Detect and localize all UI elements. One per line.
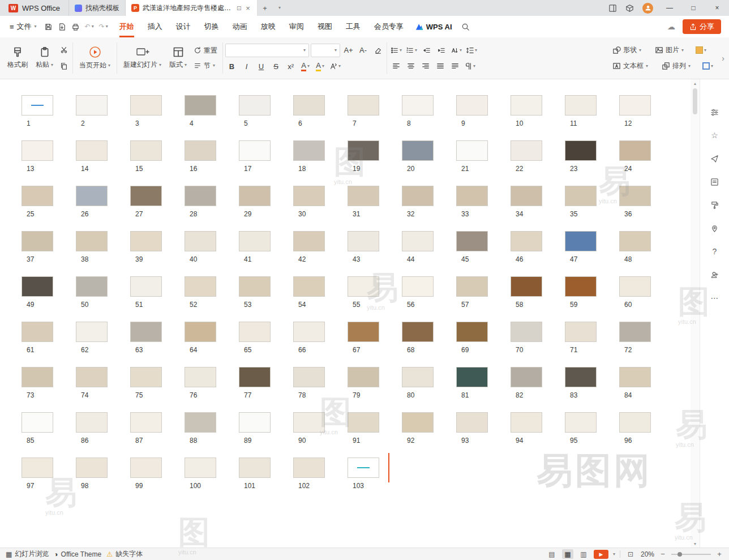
slide-cell[interactable]: 44: [402, 231, 456, 276]
slide-cell[interactable]: 51: [130, 276, 185, 322]
tab-template-store[interactable]: 找稿壳模板: [69, 0, 126, 16]
slide-thumbnail-63[interactable]: [130, 322, 162, 342]
slide-thumbnail-50[interactable]: [76, 276, 108, 297]
slide-thumbnail-103[interactable]: [348, 458, 379, 478]
slide-thumbnail-76[interactable]: [185, 367, 216, 387]
slide-cell[interactable]: 17: [239, 140, 293, 186]
slide-cell[interactable]: 100: [185, 458, 239, 503]
close-button[interactable]: ×: [705, 0, 729, 16]
slide-thumbnail-53[interactable]: [239, 276, 271, 297]
print-button[interactable]: [69, 19, 82, 34]
vertical-scrollbar[interactable]: ▴ ▾: [691, 79, 700, 548]
slide-cell[interactable]: 54: [293, 276, 348, 322]
share-panel-icon[interactable]: [709, 153, 721, 164]
slide-thumbnail-26[interactable]: [76, 186, 108, 206]
superscript-button[interactable]: x²: [284, 60, 297, 73]
properties-panel-icon[interactable]: [709, 106, 721, 118]
clear-format-button[interactable]: [371, 44, 384, 57]
tab-animations[interactable]: 动画: [226, 16, 254, 37]
slide-thumbnail-40[interactable]: [185, 231, 216, 251]
slide-thumbnail-60[interactable]: [619, 276, 651, 297]
slide-thumbnail-2[interactable]: [76, 95, 108, 116]
slide-cell[interactable]: 68: [402, 322, 456, 367]
slide-cell[interactable]: 99: [130, 458, 185, 503]
slide-cell[interactable]: 26: [76, 186, 130, 231]
slide-cell[interactable]: 60: [619, 276, 674, 322]
slide-thumbnail-75[interactable]: [130, 367, 162, 387]
picture-button[interactable]: 图片▾: [652, 44, 687, 56]
slide-thumbnail-61[interactable]: [22, 322, 53, 342]
zoom-percent[interactable]: 20%: [641, 550, 654, 558]
slide-thumbnail-81[interactable]: [456, 367, 488, 387]
slide-cell[interactable]: 40: [185, 231, 239, 276]
slide-thumbnail-45[interactable]: [456, 231, 488, 251]
slide-cell[interactable]: 69: [456, 322, 511, 367]
slide-thumbnail-10[interactable]: [511, 95, 542, 116]
slide-cell[interactable]: 92: [402, 412, 456, 458]
slide-thumbnail-59[interactable]: [565, 276, 597, 297]
slide-cell[interactable]: 56: [402, 276, 456, 322]
bullets-button[interactable]: ▾: [389, 44, 403, 57]
slide-thumbnail-37[interactable]: [22, 231, 53, 251]
slide-thumbnail-47[interactable]: [565, 231, 597, 251]
slide-cell[interactable]: 93: [456, 412, 511, 458]
slide-cell[interactable]: 18: [293, 140, 348, 186]
slide-thumbnail-24[interactable]: [619, 140, 651, 161]
slide-thumbnail-98[interactable]: [76, 458, 108, 478]
slide-thumbnail-13[interactable]: [22, 140, 53, 161]
redo-button[interactable]: ↷▾: [97, 19, 110, 34]
more-icon[interactable]: ⋯: [709, 292, 721, 303]
slide-cell[interactable]: 75: [130, 367, 185, 412]
decrease-indent-button[interactable]: [420, 44, 433, 57]
slide-thumbnail-92[interactable]: [402, 412, 434, 433]
ribbon-expand-chevron-icon[interactable]: ›: [722, 54, 724, 63]
slide-thumbnail-97[interactable]: [22, 458, 53, 478]
slide-cell[interactable]: 9: [456, 95, 511, 140]
slide-thumbnail-19[interactable]: [348, 140, 379, 161]
slide-thumbnail-89[interactable]: [239, 412, 271, 433]
zoom-out-button[interactable]: −: [659, 550, 667, 558]
slide-cell[interactable]: 3: [130, 95, 185, 140]
slide-thumbnail-5[interactable]: [239, 95, 271, 116]
font-size-select[interactable]: ▾: [311, 44, 340, 57]
tab-home[interactable]: 开始: [113, 16, 141, 37]
slide-thumbnail-49[interactable]: [22, 276, 53, 297]
slide-cell[interactable]: 79: [348, 367, 402, 412]
tab-document[interactable]: P 武漢遠洋地產歸元寺售楼處5th ⊡ ×: [126, 0, 258, 16]
highlight-color-button[interactable]: A▾: [314, 60, 327, 73]
align-justify-button[interactable]: [434, 59, 447, 72]
slide-thumbnail-95[interactable]: [565, 412, 597, 433]
slide-cell[interactable]: 89: [239, 412, 293, 458]
align-center-button[interactable]: [404, 59, 417, 72]
slide-cell[interactable]: 42: [293, 231, 348, 276]
tab-slideshow[interactable]: 放映: [254, 16, 282, 37]
arrange-button[interactable]: 排列▾: [659, 60, 693, 72]
tab-view[interactable]: 视图: [311, 16, 339, 37]
export-pdf-button[interactable]: [55, 19, 68, 34]
slide-thumbnail-71[interactable]: [565, 322, 597, 342]
slide-thumbnail-80[interactable]: [402, 367, 434, 387]
paste-button[interactable]: 粘贴▾: [32, 40, 57, 76]
slide-thumbnail-34[interactable]: [511, 186, 542, 206]
slide-thumbnail-27[interactable]: [130, 186, 162, 206]
slide-thumbnail-39[interactable]: [130, 231, 162, 251]
slide-cell[interactable]: 48: [619, 231, 674, 276]
search-icon[interactable]: [457, 23, 474, 31]
slide-thumbnail-72[interactable]: [619, 322, 651, 342]
slide-cell[interactable]: 65: [239, 322, 293, 367]
slide-thumbnail-30[interactable]: [293, 186, 325, 206]
slide-thumbnail-91[interactable]: [348, 412, 379, 433]
section-button[interactable]: 节 ▾: [191, 60, 220, 72]
tab-design[interactable]: 设计: [169, 16, 198, 37]
numbering-button[interactable]: ▾: [405, 44, 418, 57]
slide-cell[interactable]: 96: [619, 412, 674, 458]
slide-thumbnail-100[interactable]: [185, 458, 216, 478]
tab-transitions[interactable]: 切换: [198, 16, 226, 37]
slide-cell[interactable]: 20: [402, 140, 456, 186]
slide-cell[interactable]: 76: [185, 367, 239, 412]
slide-cell[interactable]: 86: [76, 412, 130, 458]
slide-cell[interactable]: 50: [76, 276, 130, 322]
tab-member[interactable]: 会员专享: [367, 16, 410, 37]
slide-thumbnail-82[interactable]: [511, 367, 542, 387]
slide-thumbnail-57[interactable]: [456, 276, 488, 297]
